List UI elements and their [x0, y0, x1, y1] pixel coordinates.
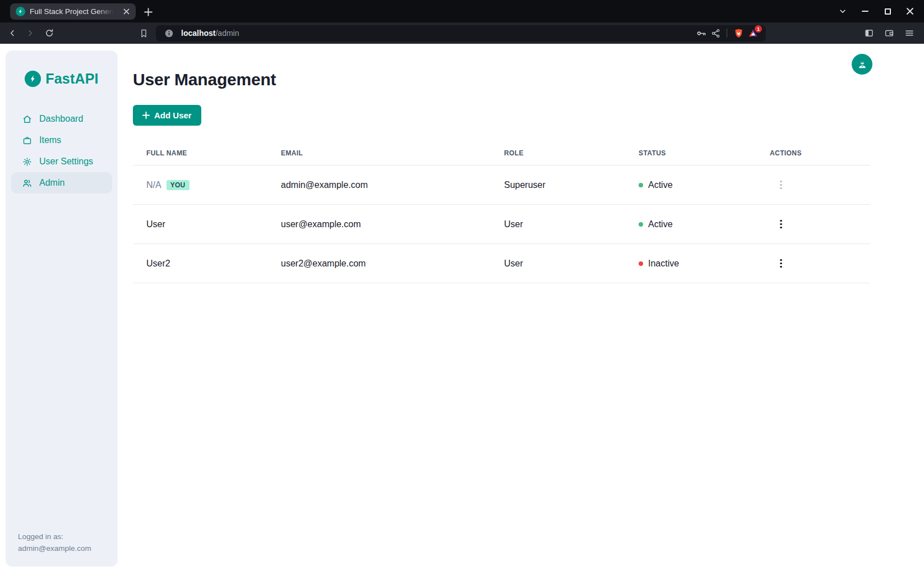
page-viewport: FastAPI Dashboard Items [0, 44, 924, 575]
minimize-button[interactable] [858, 4, 872, 19]
site-info-icon[interactable] [161, 26, 176, 40]
forward-button[interactable] [22, 25, 38, 41]
fastapi-bolt-icon [25, 71, 41, 87]
fastapi-favicon-icon [16, 7, 25, 16]
cell-status: Active [648, 180, 673, 190]
cell-role: User [491, 219, 625, 229]
row-actions-menu-button[interactable] [777, 256, 786, 272]
url-host: localhost [181, 29, 215, 38]
cell-full-name: User2 [146, 259, 170, 269]
reload-button[interactable] [41, 25, 57, 41]
row-actions-menu-button[interactable] [777, 217, 786, 232]
ellipsis-icon [780, 220, 782, 229]
cell-email: user2@example.com [267, 259, 491, 269]
fastapi-logo[interactable]: FastAPI [6, 71, 118, 87]
sidebar-item-label: Dashboard [39, 114, 83, 124]
status-dot [639, 261, 643, 266]
bookmark-icon[interactable] [136, 25, 151, 41]
gear-icon [22, 157, 32, 167]
cell-role: User [491, 259, 625, 269]
password-key-icon[interactable] [694, 26, 708, 40]
column-header-full-name: FULL NAME [133, 149, 267, 157]
home-icon [22, 114, 32, 124]
back-button[interactable] [4, 25, 20, 41]
ellipsis-icon [780, 259, 782, 268]
menu-hamburger-icon[interactable] [902, 25, 917, 41]
new-tab-button[interactable] [141, 5, 155, 19]
plus-icon [142, 112, 150, 119]
add-user-button[interactable]: Add User [133, 105, 201, 126]
cell-full-name: User [146, 219, 165, 229]
cell-email: admin@example.com [267, 180, 491, 190]
add-user-label: Add User [154, 111, 192, 120]
logged-in-email: admin@example.com [18, 542, 91, 554]
wallet-icon[interactable] [881, 25, 897, 41]
browser-toolbar: localhost/admin 1 [0, 22, 924, 44]
sidebar-item-dashboard[interactable]: Dashboard [11, 108, 112, 130]
browser-window: Full Stack Project Genera [0, 0, 924, 575]
logged-in-label: Logged in as: [18, 531, 91, 542]
status-dot [639, 222, 643, 227]
url-path: /admin [215, 29, 239, 38]
cell-status: Inactive [648, 259, 679, 269]
maximize-button[interactable] [880, 4, 895, 19]
row-actions-menu-button [777, 177, 786, 193]
tab-close-icon[interactable] [121, 7, 131, 17]
tab-strip: Full Stack Project Genera [0, 0, 924, 22]
logged-in-footer: Logged in as: admin@example.com [18, 531, 91, 554]
sidebar-item-label: User Settings [39, 157, 93, 167]
sidebar-nav: Dashboard Items User Settings [6, 108, 118, 194]
divider [727, 29, 727, 38]
window-controls [835, 0, 924, 22]
share-icon[interactable] [708, 26, 723, 40]
cell-email: user@example.com [267, 219, 491, 229]
sidebar-item-label: Admin [39, 178, 64, 188]
table-header-row: FULL NAME EMAIL ROLE STATUS ACTIONS [133, 140, 870, 165]
brave-rewards-icon[interactable]: 1 [746, 26, 760, 40]
you-badge: YOU [167, 180, 190, 190]
tab-search-chevron-icon[interactable] [835, 4, 850, 19]
close-window-button[interactable] [903, 4, 917, 19]
sidebar-item-label: Items [39, 135, 61, 145]
users-table: FULL NAME EMAIL ROLE STATUS ACTIONS N/A … [133, 140, 870, 283]
logo-text: FastAPI [45, 71, 98, 87]
tab-title: Full Stack Project Genera [30, 7, 117, 16]
browser-tab[interactable]: Full Stack Project Genera [10, 3, 136, 20]
sidebar-panel-icon[interactable] [861, 25, 877, 41]
ellipsis-icon [780, 181, 782, 190]
cell-status: Active [648, 219, 673, 229]
page-title: User Management [133, 70, 870, 89]
column-header-actions: ACTIONS [756, 149, 870, 157]
column-header-role: ROLE [491, 149, 625, 157]
table-row: User user@example.com User Active [133, 205, 870, 244]
address-bar[interactable]: localhost/admin 1 [156, 25, 766, 42]
sidebar-item-user-settings[interactable]: User Settings [11, 151, 112, 172]
briefcase-icon [22, 136, 32, 145]
rewards-badge: 1 [755, 25, 762, 33]
cell-full-name: N/A [146, 180, 161, 190]
brave-shields-icon[interactable] [731, 26, 746, 40]
column-header-email: EMAIL [267, 149, 491, 157]
toolbar-right [861, 25, 924, 41]
table-row: N/A YOU admin@example.com Superuser Acti… [133, 165, 870, 205]
sidebar-item-admin[interactable]: Admin [11, 172, 112, 194]
users-icon [22, 178, 32, 188]
sidebar: FastAPI Dashboard Items [6, 50, 118, 567]
main-content: User Management Add User FULL NAME EMAIL… [133, 44, 870, 283]
sidebar-item-items[interactable]: Items [11, 130, 112, 151]
url-text: localhost/admin [181, 29, 694, 38]
cell-role: Superuser [491, 180, 625, 190]
column-header-status: STATUS [625, 149, 756, 157]
status-dot [639, 183, 643, 187]
table-row: User2 user2@example.com User Inactive [133, 244, 870, 283]
